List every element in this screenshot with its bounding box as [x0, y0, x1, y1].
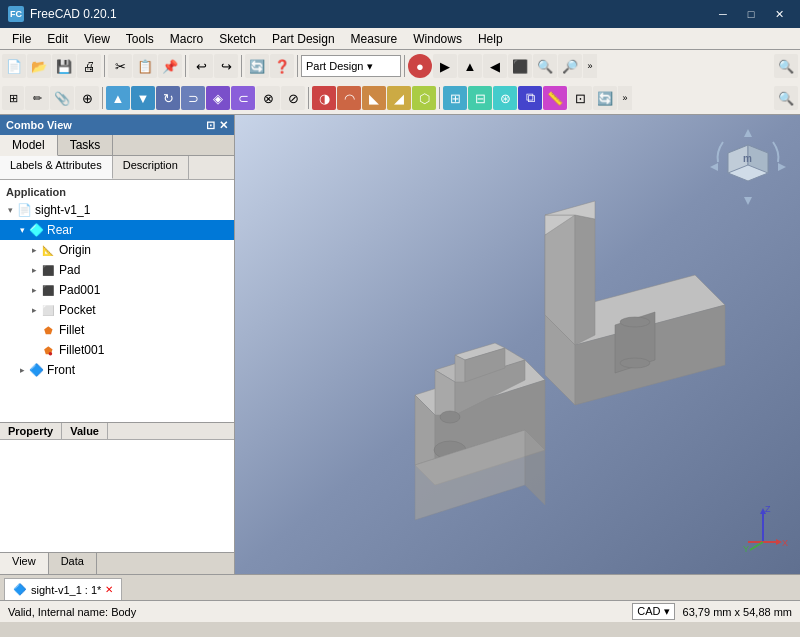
tree-item-pad[interactable]: ⬛ Pad — [0, 260, 234, 280]
view3d-button[interactable]: ● — [408, 54, 432, 78]
cad-dropdown[interactable]: CAD ▾ — [632, 603, 674, 620]
partdesign-new-sketch[interactable]: ✏ — [25, 86, 49, 110]
svg-text:m: m — [743, 153, 752, 164]
panel-bottom-tabs: View Data — [0, 552, 234, 574]
refresh-button[interactable]: 🔄 — [245, 54, 269, 78]
partdesign-subshape[interactable]: ⊘ — [281, 86, 305, 110]
tree-item-pocket[interactable]: ⬜ Pocket — [0, 300, 234, 320]
redo-button[interactable]: ↪ — [214, 54, 238, 78]
menu-macro[interactable]: Macro — [162, 28, 211, 49]
workbench-dropdown[interactable]: Part Design ▾ — [301, 55, 401, 77]
partdesign-loft[interactable]: ◈ — [206, 86, 230, 110]
menu-view[interactable]: View — [76, 28, 118, 49]
menu-windows[interactable]: Windows — [405, 28, 470, 49]
menu-edit[interactable]: Edit — [39, 28, 76, 49]
cut-button[interactable]: ✂ — [108, 54, 132, 78]
tree-item-fillet[interactable]: ⬟ Fillet — [0, 320, 234, 340]
property-col-property: Property — [0, 423, 62, 439]
paste-button[interactable]: 📌 — [158, 54, 182, 78]
tree-arrow-rear[interactable] — [16, 225, 28, 235]
new-button[interactable]: 📄 — [2, 54, 26, 78]
copy-button[interactable]: 📋 — [133, 54, 157, 78]
partdesign-groove[interactable]: ⊃ — [181, 86, 205, 110]
partdesign-fillet[interactable]: ◠ — [337, 86, 361, 110]
tree-item-fillet001[interactable]: ⬟● Fillet001 — [0, 340, 234, 360]
toolbar-overflow[interactable]: » — [583, 54, 597, 78]
zoom-fit-button[interactable]: ⬛ — [508, 54, 532, 78]
tree-label-front: Front — [47, 363, 75, 377]
tree-arrow-pad001[interactable] — [28, 285, 40, 295]
tree-icon-fillet001: ⬟● — [40, 342, 56, 358]
combo-restore-button[interactable]: ⊡ — [206, 119, 215, 132]
help-button[interactable]: ❓ — [270, 54, 294, 78]
menu-file[interactable]: File — [4, 28, 39, 49]
partdesign-polar[interactable]: ⊛ — [493, 86, 517, 110]
tree-item-pad001[interactable]: ⬛ Pad001 — [0, 280, 234, 300]
menu-tools[interactable]: Tools — [118, 28, 162, 49]
zoom-in-button[interactable]: 🔍 — [533, 54, 557, 78]
combo-view-header: Combo View ⊡ ✕ — [0, 115, 234, 135]
subtab-labels[interactable]: Labels & Attributes — [0, 156, 113, 179]
tab-tasks[interactable]: Tasks — [58, 135, 114, 155]
partdesign-section[interactable]: ⊡ — [568, 86, 592, 110]
tree-item-origin[interactable]: 📐 Origin — [0, 240, 234, 260]
minimize-button[interactable]: ─ — [710, 4, 736, 24]
svg-text:Z: Z — [765, 504, 771, 514]
partdesign-measure[interactable]: 📏 — [543, 86, 567, 110]
subtab-description[interactable]: Description — [113, 156, 189, 179]
tree-item-sight[interactable]: 📄 sight-v1_1 — [0, 200, 234, 220]
navigation-cube[interactable]: m — [708, 127, 788, 207]
partdesign-chamfer[interactable]: ◣ — [362, 86, 386, 110]
tree-arrow-front[interactable] — [16, 365, 28, 375]
tree-arrow-sight[interactable] — [4, 205, 16, 215]
view-top-button[interactable]: ▲ — [458, 54, 482, 78]
undo-button[interactable]: ↩ — [189, 54, 213, 78]
partdesign-new-body[interactable]: ⊞ — [2, 86, 24, 110]
svg-point-22 — [440, 411, 460, 423]
toolbar2-overflow[interactable]: » — [618, 86, 632, 110]
partdesign-mirrored[interactable]: ⊞ — [443, 86, 467, 110]
partdesign-rev[interactable]: ↻ — [156, 86, 180, 110]
menu-measure[interactable]: Measure — [343, 28, 406, 49]
partdesign-boolean[interactable]: ◑ — [312, 86, 336, 110]
3d-viewport[interactable]: m Z X Y — [235, 115, 800, 574]
file-tab-close-button[interactable]: ✕ — [105, 584, 113, 595]
partdesign-clone2[interactable]: ⧉ — [518, 86, 542, 110]
tree-icon-front: 🔷 — [28, 362, 44, 378]
partdesign-clone[interactable]: ⊕ — [75, 86, 99, 110]
close-button[interactable]: ✕ — [766, 4, 792, 24]
tab-model[interactable]: Model — [0, 135, 58, 156]
partdesign-linear[interactable]: ⊟ — [468, 86, 492, 110]
view-front-button[interactable]: ▶ — [433, 54, 457, 78]
partdesign-draft[interactable]: ◢ — [387, 86, 411, 110]
partdesign-pocket[interactable]: ▼ — [131, 86, 155, 110]
partdesign-pipe[interactable]: ⊂ — [231, 86, 255, 110]
print-button[interactable]: 🖨 — [77, 54, 101, 78]
partdesign-refresh[interactable]: 🔄 — [593, 86, 617, 110]
tree-item-rear[interactable]: 🔷 Rear — [0, 220, 234, 240]
tree-arrow-pocket[interactable] — [28, 305, 40, 315]
bottom-tab-data[interactable]: Data — [49, 553, 97, 574]
file-tab-sight[interactable]: 🔷 sight-v1_1 : 1* ✕ — [4, 578, 122, 600]
view-right-button[interactable]: ◀ — [483, 54, 507, 78]
coordinates-display: 63,79 mm x 54,88 mm — [683, 606, 792, 618]
combo-close-button[interactable]: ✕ — [219, 119, 228, 132]
tree-arrow-origin[interactable] — [28, 245, 40, 255]
partdesign-helix[interactable]: ⊗ — [256, 86, 280, 110]
save-button[interactable]: 💾 — [52, 54, 76, 78]
maximize-button[interactable]: □ — [738, 4, 764, 24]
partdesign-attach[interactable]: 📎 — [50, 86, 74, 110]
tree-item-front[interactable]: 🔷 Front — [0, 360, 234, 380]
tree-icon-fillet: ⬟ — [40, 322, 56, 338]
menu-partdesign[interactable]: Part Design — [264, 28, 343, 49]
zoom-out-button[interactable]: 🔎 — [558, 54, 582, 78]
open-button[interactable]: 📂 — [27, 54, 51, 78]
search-button[interactable]: 🔍 — [774, 54, 798, 78]
search-button2[interactable]: 🔍 — [774, 86, 798, 110]
menu-help[interactable]: Help — [470, 28, 511, 49]
bottom-tab-view[interactable]: View — [0, 553, 49, 574]
partdesign-pad[interactable]: ▲ — [106, 86, 130, 110]
tree-arrow-pad[interactable] — [28, 265, 40, 275]
menu-sketch[interactable]: Sketch — [211, 28, 264, 49]
partdesign-thickness[interactable]: ⬡ — [412, 86, 436, 110]
